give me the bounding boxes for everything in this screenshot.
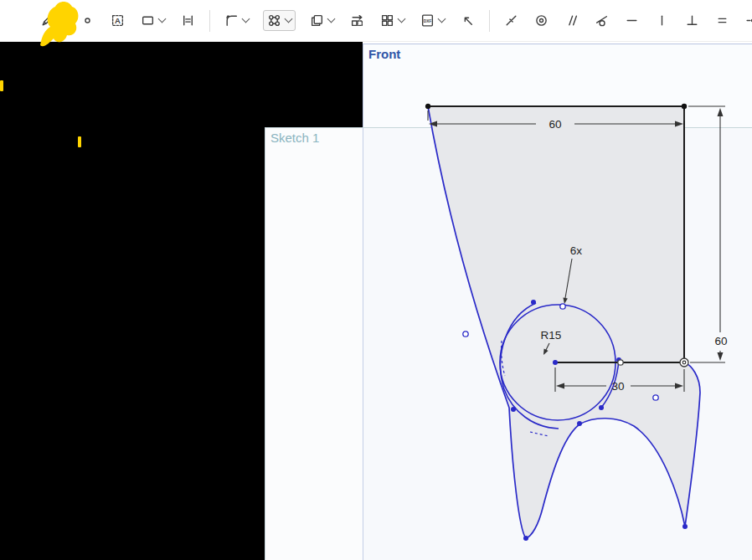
coincident-constraint-icon — [504, 13, 518, 28]
sketch-open-point[interactable] — [653, 395, 658, 400]
rectangle-tool[interactable] — [139, 12, 167, 29]
linear-pattern-tool-icon — [350, 13, 364, 28]
chevron-down-icon[interactable] — [242, 15, 250, 23]
sketch-closed-region[interactable] — [428, 106, 700, 538]
transform-tool-icon — [461, 13, 475, 28]
dimension-top-width-value: 60 — [549, 118, 561, 131]
parallel-constraint[interactable] — [563, 12, 580, 29]
sketch-point[interactable] — [511, 407, 516, 412]
chevron-down-icon[interactable] — [438, 15, 446, 23]
concentric-constraint[interactable] — [533, 12, 550, 29]
rectangle-tool-icon — [141, 13, 155, 28]
midpoint-constraint[interactable] — [744, 12, 752, 29]
dimension-tool[interactable] — [179, 12, 197, 29]
dimension-tool-icon — [181, 13, 195, 28]
dxf-import-tool[interactable]: DXF — [419, 12, 446, 29]
equal-constraint-icon — [715, 13, 729, 28]
vertical-constraint[interactable] — [653, 12, 671, 29]
midpoint-constraint-icon — [745, 13, 752, 28]
fillet-tool-icon — [224, 13, 239, 28]
chevron-down-icon[interactable] — [327, 15, 336, 23]
parallel-constraint-icon — [564, 13, 579, 28]
dimension-bottom-width-value: 30 — [611, 380, 624, 393]
sketch-point[interactable] — [682, 524, 688, 529]
dimension-right-height[interactable]: 60 — [688, 106, 728, 362]
chevron-down-icon[interactable] — [398, 15, 406, 23]
highlight-marker-blob — [33, 0, 84, 50]
dxf-import-icon: DXF — [420, 13, 435, 28]
sketch-point[interactable] — [425, 104, 430, 109]
app-window: Front Sketch 1 — [0, 0, 752, 560]
grid-pattern-tool[interactable] — [379, 12, 406, 29]
perpendicular-constraint[interactable] — [683, 12, 701, 29]
grid-pattern-tool-icon — [380, 13, 394, 28]
perpendicular-constraint-icon — [685, 13, 699, 28]
sketch-point[interactable] — [682, 104, 687, 109]
toolbar-separator — [489, 10, 490, 32]
sketch-point[interactable] — [523, 536, 528, 541]
highlight-marker-left-edge — [0, 80, 3, 91]
redacted-left-panel — [0, 127, 265, 560]
trim-tool-icon — [267, 13, 281, 28]
sketch-point[interactable] — [577, 421, 582, 426]
concentric-constraint-icon — [534, 13, 549, 28]
dimension-right-height-value: 60 — [714, 335, 727, 347]
text-tool[interactable]: A — [109, 12, 126, 29]
text-tool-icon: A — [111, 13, 125, 28]
mirror-copy-tool[interactable] — [308, 12, 336, 29]
redacted-left-panel-upper — [0, 42, 363, 127]
svg-text:DXF: DXF — [424, 19, 432, 23]
vertical-constraint-icon — [655, 13, 669, 28]
mirror-copy-tool-icon — [310, 13, 324, 28]
highlight-marker-panel — [78, 136, 81, 147]
svg-text:A: A — [115, 16, 121, 25]
sketch-point[interactable] — [599, 405, 604, 410]
chevron-down-icon[interactable] — [158, 15, 167, 23]
sketch-open-point[interactable] — [463, 331, 468, 337]
fillet-tool[interactable] — [223, 12, 250, 29]
trim-tool[interactable] — [263, 10, 296, 31]
transform-tool[interactable] — [459, 12, 476, 29]
sketch-point[interactable] — [553, 360, 558, 365]
linear-pattern-tool[interactable] — [348, 12, 366, 29]
tangent-constraint[interactable] — [593, 12, 610, 29]
horizontal-constraint-icon — [625, 13, 639, 28]
coincident-constraint[interactable] — [502, 12, 520, 29]
horizontal-constraint[interactable] — [623, 12, 641, 29]
sketch-open-point[interactable] — [618, 360, 623, 365]
tangent-constraint-icon — [595, 13, 609, 28]
annotation-count-value: 6x — [570, 244, 583, 257]
toolbar-separator — [209, 10, 210, 32]
sketch-toolbar: A — [0, 0, 752, 42]
equal-constraint[interactable] — [713, 12, 731, 29]
sketch-open-point[interactable] — [560, 304, 565, 309]
chevron-down-icon[interactable] — [285, 15, 293, 23]
sketch-target-point[interactable] — [680, 358, 688, 367]
dimension-radius-value: R15 — [541, 329, 562, 342]
sketch-point[interactable] — [531, 300, 536, 305]
